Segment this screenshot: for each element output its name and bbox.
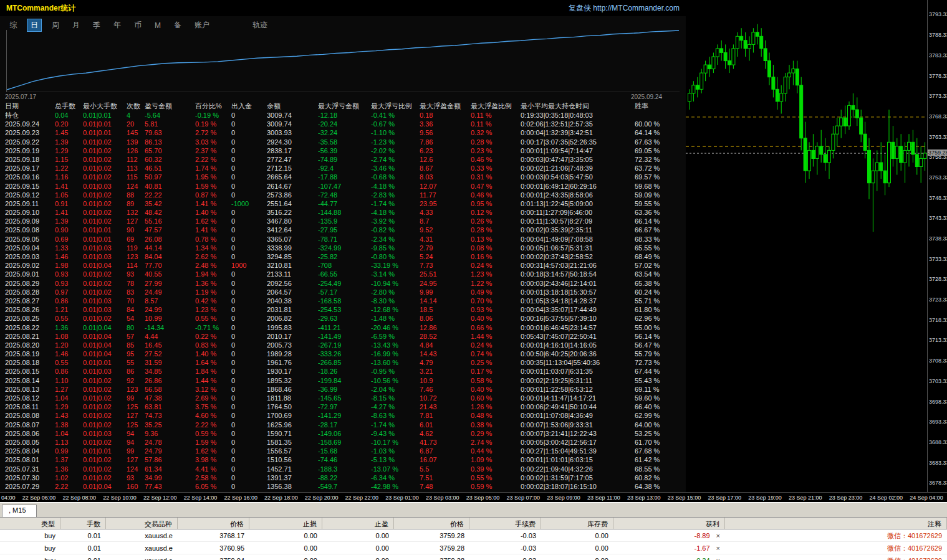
stats-row: 2025.08.111.290.01|0.0212563.813.75 %017… xyxy=(5,402,686,411)
stats-cell: 0.55 xyxy=(55,358,83,367)
stats-cell: 2.58 % xyxy=(195,473,231,482)
stats-cell: 2025.09.05 xyxy=(5,235,55,244)
stats-cell: 0.33 % xyxy=(471,164,521,173)
stats-cell: 4.84 xyxy=(420,341,471,349)
trade-column-header[interactable]: 手续费 xyxy=(469,518,541,529)
stats-cell: 1.41 % xyxy=(195,199,231,208)
stats-cell: 65.55 % xyxy=(635,244,686,252)
stats-cell: 6.87 xyxy=(420,447,471,455)
trade-cell: 3759.04 xyxy=(178,554,249,560)
close-position-icon[interactable]: × xyxy=(716,542,720,554)
trade-row[interactable]: buy0.01xauusd.e3760.950.000.003759.28-0.… xyxy=(0,542,947,554)
stats-cell: 0.91 xyxy=(55,199,83,208)
stats-cell: 1590.71 xyxy=(267,429,318,438)
stats-cell: 1556.57 xyxy=(267,447,318,455)
stats-cell: 2025.08.18 xyxy=(5,358,55,367)
chart-tab-m15[interactable]: , M15 xyxy=(2,505,37,517)
stats-cell: 1.95 % xyxy=(195,173,231,181)
stats-cell: 125 xyxy=(127,402,145,411)
stats-cell: 0.23 % xyxy=(471,146,521,155)
stats-cell: 0:05:43|7:45:07|22:50:41 xyxy=(521,332,635,341)
stats-cell: 0:00:02|1:31:59|7:17:05 xyxy=(521,473,635,482)
stats-cell: 127 xyxy=(127,217,145,225)
stats-cell: 0.22 % xyxy=(195,332,231,341)
stats-column-header: 盈亏金额 xyxy=(145,101,195,111)
mt4-window: 3759.28 3793.333788.333783.333778.333773… xyxy=(0,0,947,560)
stats-cell: 40.81 xyxy=(145,182,195,191)
stats-cell: 0.46 % xyxy=(471,155,521,164)
stats-cell: 2025.09.22 xyxy=(5,138,55,146)
price-tick-label: 3723.33 xyxy=(929,297,947,303)
stats-cell: 114 xyxy=(127,261,145,270)
stats-cell: 1.46 xyxy=(55,252,83,261)
stats-cell: 0.16 % xyxy=(471,252,521,261)
time-tick-label: 22 Sep 10:00 xyxy=(103,495,137,501)
stats-cell: 55.79 % xyxy=(635,349,686,358)
time-axis[interactable]: 04:0022 Sep 06:0022 Sep 08:0022 Sep 10:0… xyxy=(0,492,947,502)
trade-column-header[interactable]: 止盈 xyxy=(322,518,394,529)
stats-cell: 0.17 % xyxy=(471,367,521,376)
stats-cell: -188.3 xyxy=(318,465,371,473)
stats-cell: 12.6 xyxy=(420,155,471,164)
stats-cell: 2025.07.29 xyxy=(5,482,55,491)
trade-column-header[interactable]: 类型 xyxy=(0,518,60,529)
trade-row[interactable]: buy0.01xauusd.e3768.170.000.003759.28-0.… xyxy=(0,529,947,542)
stats-cell: 94 xyxy=(127,438,145,447)
trade-column-header[interactable]: 库存费 xyxy=(541,518,613,529)
price-axis[interactable]: 3759.28 3793.333788.333783.333778.333773… xyxy=(927,0,947,492)
stats-cell: 2614.67 xyxy=(267,182,318,191)
candlestick-chart[interactable] xyxy=(686,0,927,492)
stats-cell: 2040.38 xyxy=(267,297,318,305)
stats-cell: 1.41 xyxy=(55,208,83,217)
time-tick-label: 23 Sep 13:00 xyxy=(627,495,661,501)
trade-column-header[interactable]: 获利 xyxy=(613,518,725,529)
stats-cell: 25.51 xyxy=(420,270,471,278)
stats-cell: 持仓 xyxy=(5,111,55,120)
stats-cell: 26.86 xyxy=(145,376,195,385)
stats-cell: 84 xyxy=(127,305,145,314)
stats-cell: 14.14 xyxy=(420,297,471,305)
stats-cell: 0.01|0.01 xyxy=(83,235,127,244)
trade-column-header[interactable]: 止损 xyxy=(249,518,322,529)
trade-column-header[interactable]: 交易品种 xyxy=(106,518,178,529)
stats-column-header: 余额 xyxy=(267,101,318,111)
trade-column-header[interactable]: 注释 xyxy=(725,518,947,529)
close-position-icon[interactable]: × xyxy=(716,554,720,560)
trade-row[interactable]: buy0.01xauusd.e3759.040.000.003759.28-0.… xyxy=(0,554,947,560)
stats-cell: 0.01|0.02 xyxy=(83,473,127,482)
stats-cell: 0:00:03|0:47:47|3:35:05 xyxy=(521,155,635,164)
close-position-icon[interactable]: × xyxy=(716,529,720,541)
stats-cell: 77.70 xyxy=(145,261,195,270)
trade-column-header[interactable]: 价格 xyxy=(394,518,469,529)
stats-cell: 0 xyxy=(231,482,267,491)
stats-cell: -36.99 xyxy=(318,385,371,394)
trade-column-header[interactable]: 价格 xyxy=(178,518,249,529)
price-tick-label: 3783.33 xyxy=(929,52,947,59)
trade-column-header[interactable]: 手数 xyxy=(60,518,106,529)
stats-row: 2025.09.091.390.01|0.0212755.161.62 %034… xyxy=(5,217,686,225)
stats-cell: 3003.93 xyxy=(267,128,318,137)
stats-cell: 0.01|0.04 xyxy=(83,323,127,332)
stats-cell: 2025.08.20 xyxy=(5,341,55,349)
stats-cell: 34.85 xyxy=(145,367,195,376)
stats-cell: 24.95 xyxy=(420,279,471,288)
stats-cell: -74.46 xyxy=(318,455,371,464)
stats-tab-M[interactable]: M xyxy=(151,21,164,31)
time-tick-label: 04:00 xyxy=(1,495,16,501)
stats-cell: 89 xyxy=(127,199,145,208)
price-tick-label: 3698.33 xyxy=(929,399,947,405)
stats-cell: 12.07 xyxy=(420,182,471,191)
stats-cell: 18.5 xyxy=(420,305,471,314)
stats-cell: 65.38 % xyxy=(635,279,686,288)
stats-cell: 77.43 xyxy=(145,482,195,491)
stats-cell: -254.53 xyxy=(318,305,371,314)
stats-cell: -0.80 % xyxy=(371,252,420,261)
stats-cell: 46.51 xyxy=(145,164,195,173)
stats-cell: 0.01|0.04 xyxy=(83,261,127,270)
stats-cell: 86.13 xyxy=(145,138,195,146)
stats-cell: 0.01|0.04 xyxy=(83,332,127,341)
stats-cell: 2551.64 xyxy=(267,199,318,208)
stats-row: 2025.08.201.200.01|0.048516.450.83 %0200… xyxy=(5,341,686,349)
stats-cell: 0 xyxy=(231,164,267,173)
stats-cell: 0 xyxy=(231,385,267,394)
